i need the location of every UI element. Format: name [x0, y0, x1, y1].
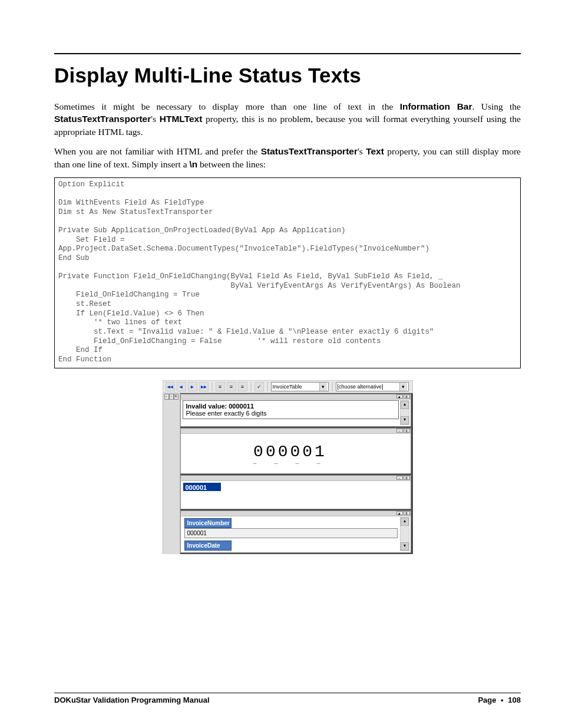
- gutter-close-button[interactable]: x: [174, 394, 178, 400]
- align-button-1[interactable]: ≡: [216, 382, 225, 391]
- combo-value: InvoiceTable: [273, 384, 302, 390]
- toolbar: ◂◂ ◂ ▸ ▸▸ ≡ ≡ ≡ ✓ InvoiceTable ▾ [choose…: [163, 380, 413, 393]
- separator: [250, 382, 252, 391]
- text: . Using the: [472, 101, 521, 111]
- footer-title: DOKuStar Validation Programming Manual: [54, 696, 210, 704]
- term-information-bar: Information Bar: [400, 101, 472, 111]
- doc-type-combo[interactable]: InvoiceTable ▾: [271, 382, 329, 391]
- check-button[interactable]: ✓: [254, 382, 264, 391]
- pane-up-button[interactable]: ▴: [396, 394, 403, 398]
- term-status-text-transporter: StatusTextTransporter: [261, 146, 358, 156]
- separator: [267, 382, 268, 391]
- pane-up-button[interactable]: ▴: [396, 511, 403, 515]
- gutter-button[interactable]: -: [164, 394, 169, 400]
- align-button-2[interactable]: ≡: [227, 382, 236, 391]
- paragraph-2: When you are not familiar with HTML and …: [54, 145, 521, 170]
- align-button-3[interactable]: ≡: [238, 382, 247, 391]
- footer-page-label: Page: [478, 696, 496, 704]
- scrollbar[interactable]: ▴ ▾: [400, 400, 409, 425]
- pane-close-button[interactable]: x: [404, 511, 410, 515]
- app-screenshot: ◂◂ ◂ ▸ ▸▸ ≡ ≡ ≡ ✓ InvoiceTable ▾ [choose…: [163, 380, 413, 554]
- invoice-number-input[interactable]: 000001: [183, 483, 221, 491]
- left-gutter: - - x: [163, 393, 180, 554]
- text: 's: [151, 114, 160, 124]
- status-message-line-1: Invalid value: 0000011: [186, 403, 395, 410]
- page-title: Display Multi-Line Status Texts: [54, 64, 521, 87]
- field-value-invoice-number[interactable]: 000001: [184, 528, 398, 538]
- bullet-icon: •: [498, 696, 506, 704]
- page-footer: DOKuStar Validation Programming Manual P…: [54, 693, 521, 704]
- fields-pane: ▴ x InvoiceNumber 000001 InvoiceDate ▴ ▾: [180, 510, 411, 553]
- paragraph-1: Sometimes it might be necessary to displ…: [54, 100, 521, 138]
- scroll-down-icon: ▾: [401, 542, 409, 551]
- field-label-invoice-number[interactable]: InvoiceNumber: [184, 518, 232, 528]
- term-html-text: HTMLText: [160, 114, 203, 124]
- chevron-down-icon: ▾: [399, 383, 407, 391]
- pane-up-button[interactable]: -: [396, 476, 403, 480]
- term-newline: \n: [189, 159, 197, 169]
- scroll-down-icon: ▾: [401, 416, 409, 424]
- nav-prev-button[interactable]: ◂: [177, 382, 186, 391]
- gutter-button[interactable]: -: [169, 394, 174, 400]
- chevron-down-icon: ▾: [319, 383, 327, 391]
- pane-close-button[interactable]: x: [404, 394, 410, 398]
- term-text-property: Text: [366, 146, 384, 156]
- pane-close-button[interactable]: x: [404, 429, 410, 433]
- combo-value: [choose alternative]: [338, 384, 384, 390]
- separator: [211, 382, 213, 391]
- pane-up-button[interactable]: -: [396, 429, 403, 433]
- text: 's: [358, 146, 366, 156]
- scroll-up-icon: ▴: [401, 401, 409, 409]
- text: between the lines:: [197, 159, 266, 169]
- field-label-invoice-date[interactable]: InvoiceDate: [184, 541, 232, 551]
- term-status-text-transporter: StatusTextTransporter: [54, 114, 151, 124]
- separator: [332, 382, 333, 391]
- status-message-pane: ▴ x Invalid value: 0000011 Please enter …: [180, 394, 411, 427]
- alternative-combo[interactable]: [choose alternative] ▾: [336, 382, 409, 391]
- text: When you are not familiar with HTML and …: [54, 146, 261, 156]
- nav-last-button[interactable]: ▸▸: [199, 382, 209, 391]
- input-pane: - x 000001: [180, 475, 411, 509]
- status-message-line-2: Please enter exactly 6 digits: [186, 410, 395, 417]
- text: Sometimes it might be necessary to displ…: [54, 101, 400, 111]
- scrollbar[interactable]: ▴ ▾: [400, 517, 409, 551]
- scroll-up-icon: ▴: [401, 518, 409, 526]
- footer-page-number: 108: [508, 696, 521, 704]
- tick-marks: _ _ _ _: [253, 459, 327, 465]
- nav-next-button[interactable]: ▸: [188, 382, 197, 391]
- nav-first-button[interactable]: ◂◂: [166, 382, 175, 391]
- pane-close-button[interactable]: x: [404, 476, 410, 480]
- code-listing: Option Explicit Dim WithEvents Field As …: [54, 177, 521, 369]
- image-preview-pane: - x 000001 _ _ _ _: [180, 428, 411, 474]
